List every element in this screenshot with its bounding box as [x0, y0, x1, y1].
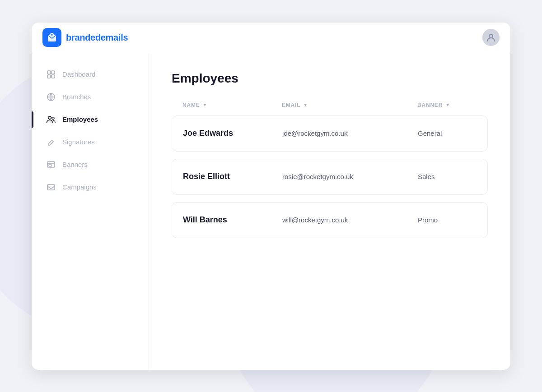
sidebar-item-branches[interactable]: Branches — [39, 87, 141, 107]
sidebar-item-banners[interactable]: Banners — [39, 154, 141, 175]
svg-rect-7 — [51, 75, 55, 78]
employee-name: Joe Edwards — [183, 129, 282, 138]
table-row[interactable]: Rosie Elliott rosie@rocketgym.co.uk Sale… — [172, 159, 488, 195]
sidebar: Dashboard Branches — [32, 53, 149, 370]
employee-banner: Sales — [418, 173, 477, 180]
svg-point-9 — [48, 116, 51, 119]
col-header-banner[interactable]: BANNER ▼ — [417, 102, 477, 108]
logo-text: brandedemails — [66, 32, 128, 43]
svg-point-10 — [52, 117, 54, 119]
svg-rect-12 — [49, 165, 51, 166]
user-avatar-button[interactable] — [482, 29, 500, 46]
svg-point-3 — [489, 34, 493, 38]
employee-name: Will Barnes — [183, 215, 282, 225]
sort-icon-email: ▼ — [303, 102, 308, 107]
sort-icon-name: ▼ — [203, 102, 208, 107]
col-banner-label: BANNER — [417, 102, 443, 108]
col-header-name[interactable]: NAME ▼ — [182, 102, 282, 108]
signatures-icon — [46, 137, 56, 147]
sidebar-label-branches: Branches — [62, 93, 91, 101]
sidebar-label-banners: Banners — [62, 161, 88, 168]
main-content: Employees NAME ▼ EMAIL ▼ BANNER ▼ — [149, 53, 510, 370]
logo-text-part1: branded — [66, 32, 101, 42]
content-area: Dashboard Branches — [32, 53, 510, 370]
branches-icon — [46, 92, 56, 102]
sidebar-label-signatures: Signatures — [62, 138, 95, 146]
sidebar-item-employees[interactable]: Employees — [39, 109, 141, 130]
header: brandedemails — [32, 23, 510, 53]
employees-table: NAME ▼ EMAIL ▼ BANNER ▼ Joe Edwards j — [172, 98, 488, 238]
app-window: brandedemails Das — [32, 23, 510, 370]
logo-area: brandedemails — [42, 28, 128, 47]
svg-rect-6 — [47, 75, 51, 78]
employee-name: Rosie Elliott — [183, 172, 282, 181]
sidebar-item-dashboard[interactable]: Dashboard — [39, 64, 141, 85]
table-row[interactable]: Joe Edwards joe@rocketgym.co.uk General — [172, 115, 488, 152]
col-header-email[interactable]: EMAIL ▼ — [282, 102, 417, 108]
col-name-label: NAME — [182, 102, 200, 108]
sidebar-label-campaigns: Campaigns — [62, 183, 97, 191]
employees-icon — [46, 115, 56, 125]
employee-email: rosie@rocketgym.co.uk — [282, 173, 418, 180]
svg-point-2 — [51, 34, 53, 36]
employee-email: joe@rocketgym.co.uk — [282, 129, 418, 137]
page-title: Employees — [172, 71, 488, 86]
svg-rect-5 — [51, 71, 55, 74]
svg-rect-4 — [47, 71, 51, 74]
sidebar-label-employees: Employees — [62, 115, 98, 123]
employee-banner: Promo — [418, 216, 477, 224]
campaigns-icon — [46, 182, 56, 192]
sidebar-label-dashboard: Dashboard — [62, 70, 95, 78]
logo-text-part2: emails — [101, 32, 128, 42]
col-email-label: EMAIL — [282, 102, 300, 108]
employee-banner: General — [418, 129, 477, 137]
table-header: NAME ▼ EMAIL ▼ BANNER ▼ — [172, 98, 488, 112]
employee-email: will@rocketgym.co.uk — [282, 216, 418, 224]
dashboard-icon — [46, 69, 56, 79]
sidebar-item-signatures[interactable]: Signatures — [39, 132, 141, 152]
sort-icon-banner: ▼ — [445, 102, 450, 107]
sidebar-item-campaigns[interactable]: Campaigns — [39, 177, 141, 198]
banners-icon — [46, 160, 56, 170]
logo-icon — [42, 28, 61, 47]
table-row[interactable]: Will Barnes will@rocketgym.co.uk Promo — [172, 202, 488, 238]
